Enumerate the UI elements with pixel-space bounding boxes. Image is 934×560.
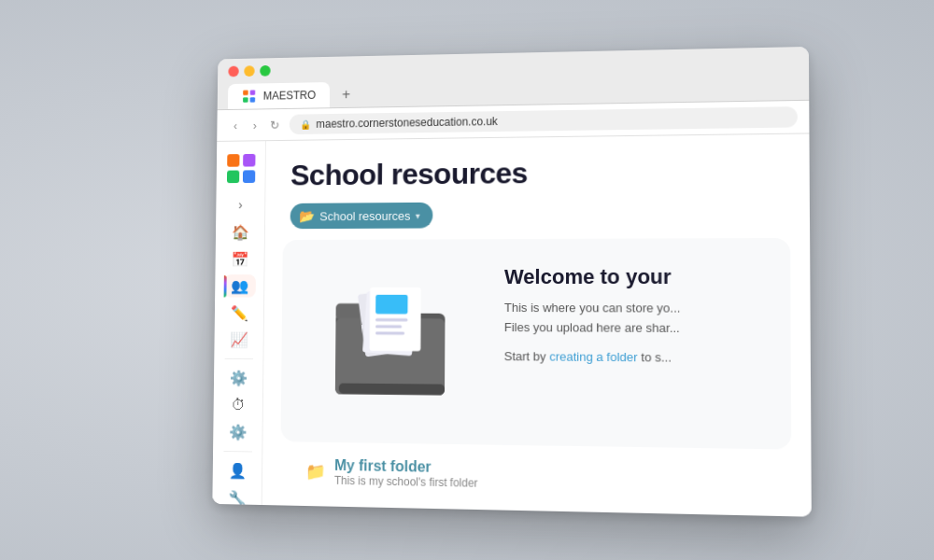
new-tab-button[interactable]: + (333, 81, 359, 107)
sidebar-logo (225, 152, 257, 185)
welcome-description: This is where you can store yo... Files … (504, 299, 771, 339)
page-header: School resources (265, 133, 810, 203)
sidebar-item-settings-dot[interactable]: ⚙️ (222, 367, 254, 390)
sidebar-item-timer[interactable]: ⏱ (222, 393, 254, 416)
svg-rect-0 (243, 91, 248, 96)
sidebar-item-home[interactable]: 🏠 (224, 220, 256, 244)
app-content: › 🏠 📅 👥 ✏️ 📈 ⚙️ ⏱ ⚙️ 👤 🔧 School resource… (212, 133, 811, 516)
svg-rect-14 (375, 295, 407, 315)
maximize-button[interactable] (260, 65, 270, 77)
active-tab[interactable]: MAESTRO (228, 82, 331, 109)
browser-chrome: MAESTRO + (218, 47, 810, 110)
svg-rect-2 (243, 97, 248, 103)
sidebar-item-tools[interactable]: 🔧 (220, 486, 253, 511)
app-logo-icon (242, 89, 256, 104)
folder-list-info: My first folder This is my school's firs… (334, 457, 478, 490)
minimize-button[interactable] (244, 65, 254, 77)
svg-rect-16 (375, 325, 402, 328)
svg-rect-3 (250, 97, 255, 103)
url-text: maestro.cornerstoneseducation.co.uk (316, 115, 497, 131)
svg-rect-15 (375, 318, 407, 321)
welcome-cta: Start by creating a folder to s... (504, 349, 771, 365)
folder-description: This is my school's first folder (334, 474, 478, 490)
sidebar-item-edit[interactable]: ✏️ (223, 301, 255, 325)
reload-button[interactable]: ↻ (266, 118, 282, 132)
folder-list-item[interactable]: 📁 My first folder This is my school's fi… (280, 456, 792, 496)
traffic-lights (228, 54, 797, 77)
address-bar[interactable]: 🔒 maestro.cornerstoneseducation.co.uk (290, 106, 798, 134)
svg-rect-5 (243, 154, 255, 167)
sidebar-toggle-button[interactable]: › (228, 195, 253, 213)
tab-label: MAESTRO (263, 89, 316, 103)
svg-rect-17 (375, 331, 404, 334)
breadcrumb-folder-icon: 📂 (299, 209, 314, 224)
sidebar-divider-2 (223, 451, 251, 452)
create-folder-link[interactable]: creating a folder (549, 349, 638, 364)
svg-rect-4 (227, 154, 239, 167)
welcome-card: Welcome to your This is where you can st… (281, 238, 792, 450)
main-area: School resources 📂 School resources ▾ (262, 133, 811, 516)
sidebar: › 🏠 📅 👥 ✏️ 📈 ⚙️ ⏱ ⚙️ 👤 🔧 (212, 141, 266, 517)
sidebar-divider-1 (224, 358, 252, 359)
svg-rect-18 (339, 384, 445, 395)
welcome-title: Welcome to your (504, 265, 771, 290)
folder-list-icon: 📁 (305, 461, 325, 482)
breadcrumb-row: 📂 School resources ▾ (265, 200, 810, 240)
back-button[interactable]: ‹ (228, 119, 244, 133)
breadcrumb-label: School resources (319, 208, 410, 222)
forward-button[interactable]: › (247, 119, 262, 133)
lock-icon: 🔒 (300, 119, 311, 130)
breadcrumb-chevron-icon: ▾ (416, 210, 420, 220)
page-title: School resources (290, 153, 783, 192)
welcome-text: Welcome to your This is where you can st… (504, 257, 771, 365)
nav-buttons: ‹ › ↻ (228, 118, 283, 132)
sidebar-item-users[interactable]: 👥 (223, 274, 255, 298)
sidebar-item-chart[interactable]: 📈 (222, 328, 254, 351)
svg-rect-1 (250, 90, 255, 95)
sidebar-item-config[interactable]: ⚙️ (221, 420, 253, 444)
content-area: Welcome to your This is where you can st… (262, 238, 811, 517)
svg-rect-6 (226, 170, 238, 183)
sidebar-item-team[interactable]: 👤 (221, 459, 254, 483)
sidebar-item-calendar[interactable]: 📅 (223, 247, 255, 271)
close-button[interactable] (228, 66, 238, 77)
folder-illustration (299, 258, 482, 426)
browser-window: MAESTRO + ‹ › ↻ 🔒 maestro.cornerstonesed… (212, 47, 811, 517)
breadcrumb-item[interactable]: 📂 School resources ▾ (290, 203, 433, 229)
svg-rect-7 (242, 170, 254, 183)
